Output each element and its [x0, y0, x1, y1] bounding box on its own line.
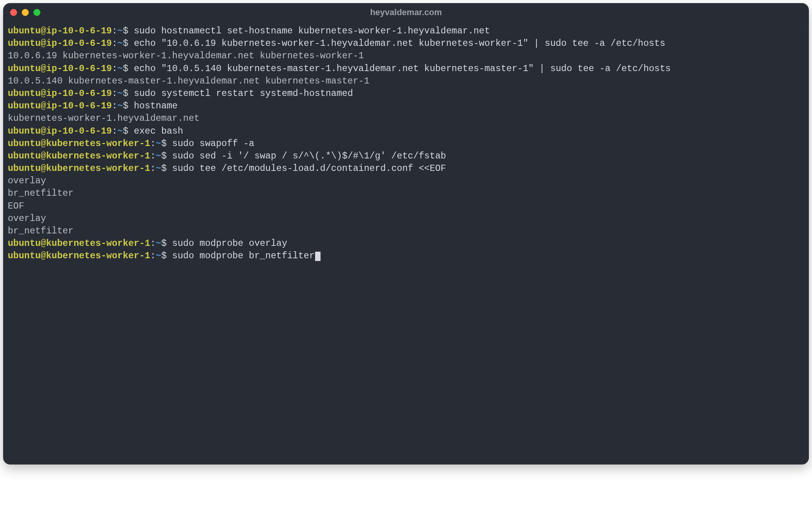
output-text: 10.0.6.19 kubernetes-worker-1.heyvaldema…	[8, 50, 364, 61]
command-text: sudo hostnamectl set-hostname kubernetes…	[134, 26, 490, 36]
prompt-sigil: $	[161, 138, 172, 149]
prompt-path: ~	[117, 38, 123, 49]
prompt-sigil: $	[123, 63, 134, 74]
minimize-icon[interactable]	[22, 9, 29, 16]
output-text: kubernetes-worker-1.heyvaldemar.net	[8, 113, 200, 124]
command-text: sudo swapoff -a	[172, 138, 254, 149]
prompt-separator: :	[150, 163, 156, 174]
prompt-separator: :	[112, 126, 117, 136]
prompt-path: ~	[156, 138, 161, 149]
prompt-sigil: $	[123, 26, 134, 36]
terminal-window: heyvaldemar.com ubuntu@ip-10-0-6-19:~$ s…	[3, 3, 809, 465]
prompt-host: ubuntu@ip-10-0-6-19	[8, 101, 112, 111]
output-text: EOF	[8, 201, 24, 211]
window-title: heyvaldemar.com	[3, 7, 809, 17]
prompt-sigil: $	[123, 101, 134, 111]
command-text: exec bash	[134, 126, 183, 136]
zoom-icon[interactable]	[33, 9, 40, 16]
prompt-path: ~	[156, 163, 161, 174]
prompt-separator: :	[112, 38, 117, 49]
output-text: br_netfilter	[8, 226, 73, 236]
output-text: overlay	[8, 213, 46, 224]
close-icon[interactable]	[10, 9, 17, 16]
command-text: sudo modprobe br_netfilter	[172, 251, 315, 261]
titlebar[interactable]: heyvaldemar.com	[3, 3, 809, 22]
prompt-separator: :	[112, 101, 117, 111]
command-text: sudo tee /etc/modules-load.d/containerd.…	[172, 163, 446, 174]
prompt-host: ubuntu@ip-10-0-6-19	[8, 63, 112, 74]
prompt-separator: :	[112, 88, 117, 99]
prompt-separator: :	[150, 151, 156, 161]
command-text: echo "10.0.5.140 kubernetes-master-1.hey…	[134, 63, 671, 74]
prompt-path: ~	[117, 63, 123, 74]
prompt-separator: :	[112, 63, 117, 74]
command-text: echo "10.0.6.19 kubernetes-worker-1.heyv…	[134, 38, 665, 49]
prompt-separator: :	[150, 238, 156, 249]
terminal-body[interactable]: ubuntu@ip-10-0-6-19:~$ sudo hostnamectl …	[3, 22, 809, 465]
command-text: sudo sed -i '/ swap / s/^\(.*\)$/#\1/g' …	[172, 151, 446, 161]
command-text: hostname	[134, 101, 178, 111]
prompt-host: ubuntu@ip-10-0-6-19	[8, 26, 112, 36]
prompt-separator: :	[150, 251, 156, 261]
traffic-lights	[10, 9, 40, 16]
prompt-sigil: $	[161, 251, 172, 261]
prompt-sigil: $	[123, 88, 134, 99]
prompt-separator: :	[112, 26, 117, 36]
prompt-sigil: $	[161, 163, 172, 174]
cursor-icon	[315, 252, 321, 261]
prompt-host: ubuntu@kubernetes-worker-1	[8, 163, 150, 174]
command-text: sudo systemctl restart systemd-hostnamed	[134, 88, 353, 99]
prompt-sigil: $	[123, 38, 134, 49]
prompt-path: ~	[156, 238, 161, 249]
output-text: overlay	[8, 176, 46, 186]
prompt-path: ~	[117, 26, 123, 36]
terminal-output[interactable]: ubuntu@ip-10-0-6-19:~$ sudo hostnamectl …	[8, 25, 804, 263]
prompt-path: ~	[117, 101, 123, 111]
prompt-host: ubuntu@kubernetes-worker-1	[8, 251, 150, 261]
output-text: 10.0.5.140 kubernetes-master-1.heyvaldem…	[8, 76, 369, 86]
prompt-host: ubuntu@ip-10-0-6-19	[8, 38, 112, 49]
prompt-path: ~	[117, 126, 123, 136]
prompt-sigil: $	[161, 151, 172, 161]
prompt-host: ubuntu@kubernetes-worker-1	[8, 151, 150, 161]
prompt-path: ~	[156, 251, 161, 261]
prompt-path: ~	[117, 88, 123, 99]
prompt-host: ubuntu@ip-10-0-6-19	[8, 88, 112, 99]
prompt-path: ~	[156, 151, 161, 161]
command-text: sudo modprobe overlay	[172, 238, 287, 249]
prompt-sigil: $	[161, 238, 172, 249]
prompt-sigil: $	[123, 126, 134, 136]
output-text: br_netfilter	[8, 188, 73, 198]
prompt-separator: :	[150, 138, 156, 149]
prompt-host: ubuntu@kubernetes-worker-1	[8, 138, 150, 149]
prompt-host: ubuntu@kubernetes-worker-1	[8, 238, 150, 249]
prompt-host: ubuntu@ip-10-0-6-19	[8, 126, 112, 136]
